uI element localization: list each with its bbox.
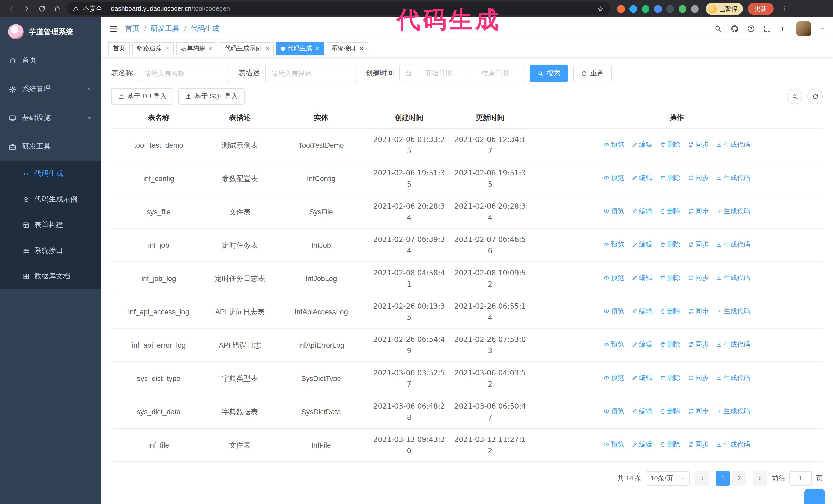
row-action-eye[interactable]: 预览 xyxy=(603,139,624,150)
row-action-trash[interactable]: 删除 xyxy=(660,272,681,284)
row-action-download[interactable]: 生成代码 xyxy=(716,272,750,284)
table-row[interactable]: inf_api_access_log API 访问日志表 InfApiAcces… xyxy=(111,295,823,328)
people-extension-icon[interactable] xyxy=(654,5,662,13)
sidebar-subitem-grid[interactable]: 数据库文档 xyxy=(0,264,101,289)
row-action-edit[interactable]: 编辑 xyxy=(631,339,652,350)
reset-button[interactable]: 重置 xyxy=(573,65,612,82)
row-action-download[interactable]: 生成代码 xyxy=(716,172,750,184)
search-icon[interactable] xyxy=(714,25,722,33)
row-action-trash[interactable]: 删除 xyxy=(660,172,681,184)
close-icon[interactable]: × xyxy=(209,45,213,52)
page-button-1[interactable]: 1 xyxy=(716,471,730,485)
goto-page-input[interactable] xyxy=(789,471,812,485)
row-action-download[interactable]: 生成代码 xyxy=(716,439,750,450)
date-range-picker[interactable]: 开始日期 - 结束日期 xyxy=(399,65,524,82)
sidebar-item-gear[interactable]: 系统管理 xyxy=(0,75,101,103)
row-action-eye[interactable]: 预览 xyxy=(603,439,624,450)
row-action-sync[interactable]: 同步 xyxy=(688,172,709,184)
help-icon[interactable] xyxy=(747,25,755,33)
tab-4[interactable]: 代码生成 × xyxy=(276,42,324,55)
row-action-edit[interactable]: 编辑 xyxy=(631,406,652,417)
security-warning[interactable]: 不安全 xyxy=(83,4,102,13)
row-action-eye[interactable]: 预览 xyxy=(603,406,624,417)
row-action-trash[interactable]: 删除 xyxy=(660,139,681,150)
hamburger-icon[interactable] xyxy=(109,24,118,33)
row-action-eye[interactable]: 预览 xyxy=(603,172,624,184)
row-action-sync[interactable]: 同步 xyxy=(688,406,709,417)
user-avatar[interactable] xyxy=(796,21,811,37)
drop-extension-icon[interactable] xyxy=(629,5,637,13)
row-action-edit[interactable]: 编辑 xyxy=(631,239,652,250)
sidebar-item-toolbox[interactable]: 研发工具 xyxy=(0,132,101,161)
fullscreen-icon[interactable] xyxy=(763,25,771,33)
row-action-download[interactable]: 生成代码 xyxy=(716,339,750,350)
address-bar[interactable]: 不安全 dashboard.yudao.iocoder.cn/tool/code… xyxy=(67,2,610,16)
github-icon[interactable] xyxy=(731,25,739,33)
leaf-extension-icon[interactable] xyxy=(679,5,686,13)
import-sql-button[interactable]: 基于 SQL 导入 xyxy=(178,88,245,104)
tab-0[interactable]: 首页 xyxy=(108,42,130,55)
flame-extension-icon[interactable] xyxy=(617,5,625,13)
row-action-edit[interactable]: 编辑 xyxy=(631,439,652,450)
refresh-table-button[interactable] xyxy=(807,89,823,104)
table-row[interactable]: sys_dict_type 字典类型表 SysDictType 2021-03-… xyxy=(111,361,823,395)
update-button[interactable]: 更新 xyxy=(748,3,774,15)
row-action-download[interactable]: 生成代码 xyxy=(716,406,750,417)
row-action-download[interactable]: 生成代码 xyxy=(716,239,750,250)
row-action-trash[interactable]: 删除 xyxy=(660,439,681,450)
close-icon[interactable]: × xyxy=(165,45,169,52)
breadcrumb-item-0[interactable]: 首页 xyxy=(125,24,139,33)
fontsize-icon[interactable]: TT xyxy=(780,25,788,33)
row-action-eye[interactable]: 预览 xyxy=(603,206,624,217)
row-action-edit[interactable]: 编辑 xyxy=(631,139,652,150)
row-action-sync[interactable]: 同步 xyxy=(688,439,709,450)
sidebar-subitem-sliders[interactable]: 系统接口 xyxy=(0,238,101,264)
row-action-trash[interactable]: 删除 xyxy=(660,406,681,417)
row-action-trash[interactable]: 删除 xyxy=(660,372,681,384)
breadcrumb-item-1[interactable]: 研发工具 xyxy=(151,24,180,33)
table-row[interactable]: inf_job_log 定时任务日志表 InfJobLog 2021-02-08… xyxy=(111,262,823,295)
tab-3[interactable]: 代码生成示例 × xyxy=(220,42,273,55)
row-action-trash[interactable]: 删除 xyxy=(660,239,681,250)
table-desc-input[interactable] xyxy=(265,65,356,82)
sidebar-item-monitor[interactable]: 基础设施 xyxy=(0,103,101,132)
row-action-sync[interactable]: 同步 xyxy=(688,139,709,150)
prev-page-button[interactable]: ‹ xyxy=(695,471,710,485)
forward-button[interactable] xyxy=(21,3,33,15)
table-row[interactable]: inf_job 定时任务表 InfJob 2021-02-07 06:39:34… xyxy=(111,228,823,262)
row-action-edit[interactable]: 编辑 xyxy=(631,206,652,217)
row-action-sync[interactable]: 同步 xyxy=(688,239,709,250)
sidebar-subitem-form[interactable]: 表单构建 xyxy=(0,212,101,238)
row-action-sync[interactable]: 同步 xyxy=(688,272,709,284)
row-action-sync[interactable]: 同步 xyxy=(688,206,709,217)
back-button[interactable] xyxy=(5,3,18,15)
row-action-eye[interactable]: 预览 xyxy=(603,339,624,350)
page-button-2[interactable]: 2 xyxy=(732,471,746,485)
table-row[interactable]: sys_file 文件表 SysFile 2021-02-06 20:28:34… xyxy=(111,195,823,228)
table-row[interactable]: inf_file 文件表 InfFile 2021-03-13 09:43:20… xyxy=(111,428,823,461)
next-page-button[interactable]: › xyxy=(753,471,767,485)
screen-extension-icon[interactable] xyxy=(666,5,674,13)
row-action-download[interactable]: 生成代码 xyxy=(716,139,750,150)
caret-down-icon[interactable] xyxy=(820,26,825,31)
puzzle-extension-icon[interactable] xyxy=(691,5,699,13)
row-action-eye[interactable]: 预览 xyxy=(603,372,624,384)
bookmark-star-icon[interactable] xyxy=(597,5,604,12)
check-extension-icon[interactable] xyxy=(642,5,649,13)
row-action-eye[interactable]: 预览 xyxy=(603,239,624,250)
row-action-trash[interactable]: 删除 xyxy=(660,306,681,317)
tab-5[interactable]: 系统接口 × xyxy=(327,42,368,55)
row-action-trash[interactable]: 删除 xyxy=(660,206,681,217)
row-action-edit[interactable]: 编辑 xyxy=(631,372,652,384)
profile-chip[interactable]: 已暂停 xyxy=(706,3,743,15)
row-action-sync[interactable]: 同步 xyxy=(688,339,709,350)
table-name-input[interactable] xyxy=(138,65,229,82)
sidebar-item-home[interactable]: 首页 xyxy=(0,46,101,75)
search-button[interactable]: 搜索 xyxy=(529,65,568,82)
table-row[interactable]: inf_api_error_log API 错误日志 InfApiErrorLo… xyxy=(111,328,823,361)
row-action-download[interactable]: 生成代码 xyxy=(716,206,750,217)
row-action-download[interactable]: 生成代码 xyxy=(716,372,750,384)
row-action-download[interactable]: 生成代码 xyxy=(716,306,750,317)
table-row[interactable]: inf_config 参数配置表 InfConfig 2021-02-06 19… xyxy=(111,162,823,195)
row-action-eye[interactable]: 预览 xyxy=(603,306,624,317)
